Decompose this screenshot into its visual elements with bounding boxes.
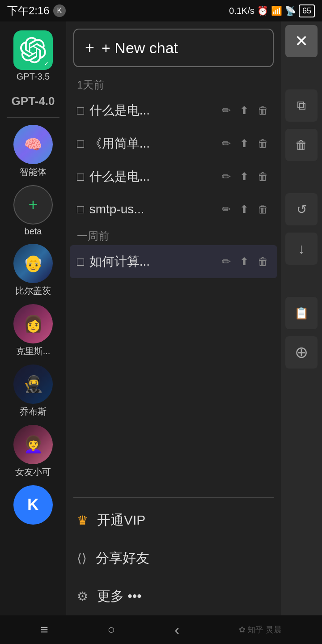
edit-icon-1[interactable]: ✏ bbox=[220, 136, 233, 152]
back-nav-icon[interactable]: ‹ bbox=[174, 622, 179, 638]
edit-icon-3[interactable]: ✏ bbox=[220, 201, 233, 217]
watermark: ✿ 知乎 灵晨 bbox=[239, 624, 282, 635]
share-friends-icon: ⟨⟩ bbox=[77, 551, 87, 566]
bilgates-label: 比尔盖茨 bbox=[15, 285, 51, 297]
copy-button[interactable]: ⧉ bbox=[285, 89, 318, 122]
delete-icon-0[interactable]: 🗑 bbox=[256, 102, 270, 119]
more-menu-item[interactable]: ⚙ 更多 ••• bbox=[66, 577, 281, 615]
chat-actions-0: ✏ ⬆ 🗑 bbox=[220, 102, 270, 119]
kelisi-label: 克里斯... bbox=[16, 345, 51, 357]
sidebar-item-gpt40[interactable]: GPT-4.0 bbox=[10, 87, 57, 112]
clipboard-button[interactable]: 📋 bbox=[285, 297, 318, 329]
chat-item-week-0[interactable]: □ 如何计算... ✏ ⬆ 🗑 bbox=[70, 245, 277, 278]
chat-icon: □ bbox=[77, 104, 84, 118]
plus-icon: + bbox=[28, 197, 38, 213]
edit-icon-2[interactable]: ✏ bbox=[220, 169, 233, 185]
bottom-nav: ≡ ○ ‹ ✿ 知乎 灵晨 bbox=[0, 615, 322, 644]
kelisi-avatar: 👩 bbox=[13, 304, 53, 343]
delete-icon-1[interactable]: 🗑 bbox=[256, 136, 270, 152]
add-button[interactable]: ⊕ bbox=[285, 336, 318, 369]
chat-item-2[interactable]: □ 什么是电... ✏ ⬆ 🗑 bbox=[70, 160, 277, 193]
main-layout: ✓ GPT-3.5 GPT-4.0 🧠 智能体 + beta 👴 比尔盖茨 bbox=[0, 21, 322, 615]
status-bar: 下午2:16 K 0.1K/s ⏰ 📶 📡 65 bbox=[0, 0, 322, 21]
sidebar-divider bbox=[7, 117, 59, 118]
zhitineg-label: 智能体 bbox=[20, 166, 47, 178]
gear-icon: ⚙ bbox=[77, 589, 88, 604]
sidebar-item-k[interactable]: K bbox=[12, 483, 55, 526]
signal-icon: 📶 bbox=[271, 5, 282, 16]
delete-icon-3[interactable]: 🗑 bbox=[256, 201, 270, 217]
chat-title-week-0: 如何计算... bbox=[89, 253, 215, 270]
chat-title-1: 《用简单... bbox=[89, 135, 215, 152]
chat-icon: □ bbox=[77, 255, 84, 269]
chat-item-0[interactable]: □ 什么是电... ✏ ⬆ 🗑 bbox=[70, 94, 277, 127]
trash-button[interactable]: 🗑 bbox=[285, 129, 318, 161]
network-speed: 0.1K/s bbox=[229, 6, 254, 16]
vip-label: 开通VIP bbox=[97, 511, 145, 530]
gpt40-label: GPT-4.0 bbox=[12, 89, 55, 110]
chat-title-2: 什么是电... bbox=[89, 168, 215, 185]
avatar-sidebar: ✓ GPT-3.5 GPT-4.0 🧠 智能体 + beta 👴 比尔盖茨 bbox=[0, 21, 66, 615]
sidebar-item-gpt35[interactable]: ✓ GPT-3.5 bbox=[12, 29, 55, 84]
zhitineg-avatar: 🧠 bbox=[13, 125, 53, 164]
close-button[interactable]: ✕ bbox=[285, 25, 318, 57]
sidebar-item-nv[interactable]: 👩‍🦱 女友小可 bbox=[12, 423, 55, 480]
right-panel: ✕ ⧉ 🗑 ↺ ↓ 📋 ⊕ bbox=[281, 21, 322, 615]
status-left: 下午2:16 K bbox=[7, 4, 66, 18]
k-avatar: K bbox=[13, 485, 53, 525]
nv-label: 女友小可 bbox=[15, 466, 51, 478]
new-chat-button[interactable]: + + New chat bbox=[73, 29, 274, 67]
new-chat-label: + New chat bbox=[102, 39, 178, 57]
chat-actions-3: ✏ ⬆ 🗑 bbox=[220, 201, 270, 217]
sidebar-item-zhitineg[interactable]: 🧠 智能体 bbox=[12, 123, 55, 180]
edit-icon-week-0[interactable]: ✏ bbox=[220, 254, 233, 270]
scroll-down-button[interactable]: ↓ bbox=[285, 233, 318, 265]
bilgates-avatar: 👴 bbox=[13, 244, 53, 283]
delete-icon-2[interactable]: 🗑 bbox=[256, 169, 270, 185]
refresh-button[interactable]: ↺ bbox=[285, 193, 318, 225]
chat-icon: □ bbox=[77, 170, 84, 184]
plus-icon: + bbox=[85, 38, 94, 57]
chat-title-0: 什么是电... bbox=[89, 102, 215, 119]
sidebar-item-beta[interactable]: + beta bbox=[12, 183, 55, 238]
k-icon: K bbox=[53, 4, 66, 17]
wifi-icon: 📡 bbox=[285, 5, 296, 16]
vip-menu-item[interactable]: ♛ 开通VIP bbox=[66, 501, 281, 539]
beta-avatar: + bbox=[13, 185, 53, 225]
chat-title-3: smtp-us... bbox=[89, 202, 215, 216]
menu-nav-icon[interactable]: ≡ bbox=[40, 622, 48, 637]
edit-icon-0[interactable]: ✏ bbox=[220, 102, 233, 119]
chat-actions-week-0: ✏ ⬆ 🗑 bbox=[220, 254, 270, 270]
share-icon-2[interactable]: ⬆ bbox=[238, 169, 250, 185]
section-one-week: 一周前 bbox=[66, 225, 281, 245]
chat-item-3[interactable]: □ smtp-us... ✏ ⬆ 🗑 bbox=[70, 193, 277, 225]
chat-actions-2: ✏ ⬆ 🗑 bbox=[220, 169, 270, 185]
chat-item-1[interactable]: □ 《用简单... ✏ ⬆ 🗑 bbox=[70, 127, 277, 160]
sidebar-item-kelisi[interactable]: 👩 克里斯... bbox=[12, 302, 55, 359]
check-badge: ✓ bbox=[41, 58, 52, 69]
share-menu-item[interactable]: ⟨⟩ 分享好友 bbox=[66, 539, 281, 577]
qiaobus-label: 乔布斯 bbox=[20, 406, 47, 418]
sidebar-item-bilgates[interactable]: 👴 比尔盖茨 bbox=[12, 242, 55, 299]
delete-icon-week-0[interactable]: 🗑 bbox=[256, 254, 270, 270]
share-icon-0[interactable]: ⬆ bbox=[238, 102, 250, 119]
section-1-day: 1天前 bbox=[66, 74, 281, 94]
status-time: 下午2:16 bbox=[7, 4, 50, 18]
chat-actions-1: ✏ ⬆ 🗑 bbox=[220, 136, 270, 152]
alarm-icon: ⏰ bbox=[257, 5, 268, 16]
more-label: 更多 ••• bbox=[97, 587, 142, 606]
crown-icon: ♛ bbox=[77, 513, 88, 528]
share-icon-week-0[interactable]: ⬆ bbox=[238, 254, 250, 270]
status-right: 0.1K/s ⏰ 📶 📡 65 bbox=[229, 4, 315, 17]
sidebar-item-qiaobus[interactable]: 🥷 乔布斯 bbox=[12, 363, 55, 419]
nv-avatar: 👩‍🦱 bbox=[13, 425, 53, 464]
share-icon-1[interactable]: ⬆ bbox=[238, 136, 250, 152]
qiaobus-avatar: 🥷 bbox=[13, 364, 53, 404]
bottom-divider bbox=[73, 497, 274, 498]
gpt35-label: GPT-3.5 bbox=[17, 72, 50, 82]
chat-icon: □ bbox=[77, 203, 84, 216]
chat-icon: □ bbox=[77, 137, 84, 151]
battery-indicator: 65 bbox=[299, 4, 315, 17]
share-icon-3[interactable]: ⬆ bbox=[238, 201, 250, 217]
home-nav-icon[interactable]: ○ bbox=[108, 623, 115, 637]
